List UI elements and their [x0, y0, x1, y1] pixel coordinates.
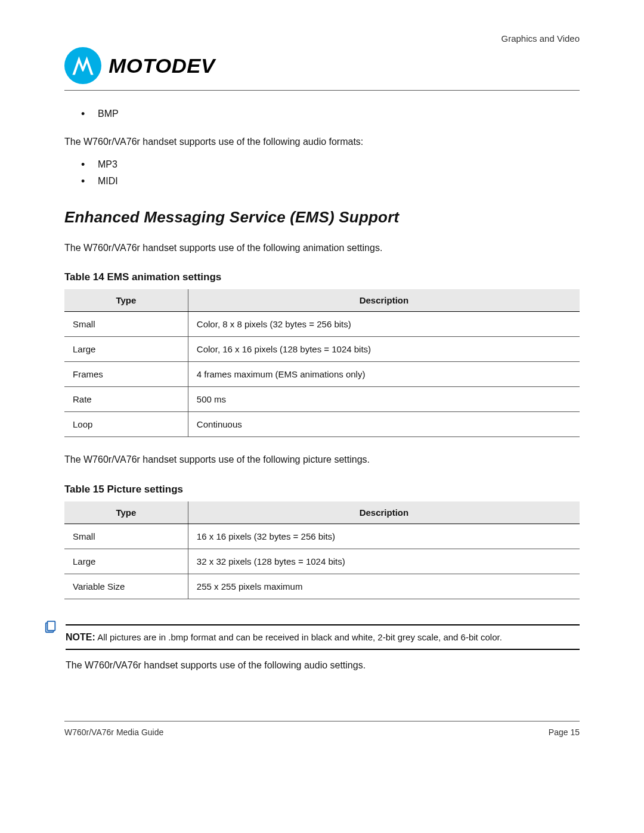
cell-desc: Color, 16 x 16 pixels (128 bytes = 1024 … [188, 337, 580, 362]
running-head: Graphics and Video [64, 33, 580, 44]
header-divider [64, 90, 580, 91]
footer-left: W760r/VA76r Media Guide [64, 727, 163, 737]
page-footer: W760r/VA76r Media Guide Page 15 [64, 721, 580, 737]
svg-rect-1 [48, 621, 55, 630]
column-header-type: Type [64, 501, 188, 524]
table-row: Variable Size 255 x 255 pixels maximum [64, 574, 580, 599]
table15-caption: Table 15 Picture settings [64, 484, 580, 496]
table14-caption: Table 14 EMS animation settings [64, 271, 580, 283]
note-rule-top [66, 624, 580, 625]
cell-type: Small [64, 524, 188, 549]
image-formats-list: BMP [81, 109, 580, 119]
note-text: NOTE: All pictures are in .bmp format an… [66, 630, 580, 644]
audio-formats-list: MP3 MIDI [81, 159, 580, 187]
cell-type: Large [64, 337, 188, 362]
cell-desc: 255 x 255 pixels maximum [188, 574, 580, 599]
motorola-logo-icon [64, 47, 101, 84]
list-item: BMP [81, 109, 580, 119]
table-row: Small 16 x 16 pixels (32 bytes = 256 bit… [64, 524, 580, 549]
note-label: NOTE: [66, 632, 95, 642]
table-row: Loop Continuous [64, 412, 580, 437]
list-item: MP3 [81, 159, 580, 170]
note-rule-bot [66, 649, 580, 650]
cell-type: Large [64, 549, 188, 574]
table-row: Small Color, 8 x 8 pixels (32 bytes = 25… [64, 312, 580, 337]
table-row: Rate 500 ms [64, 387, 580, 412]
cell-desc: 16 x 16 pixels (32 bytes = 256 bits) [188, 524, 580, 549]
brand-row: MOTODEV [64, 47, 580, 84]
cell-type: Frames [64, 362, 188, 387]
cell-type: Rate [64, 387, 188, 412]
section-heading-ems: Enhanced Messaging Service (EMS) Support [64, 208, 580, 227]
cell-desc: Color, 8 x 8 pixels (32 bytes = 256 bits… [188, 312, 580, 337]
table-picture-settings: Type Description Small 16 x 16 pixels (3… [64, 501, 580, 599]
audio-settings-intro: The W760r/VA76r handset supports use of … [66, 658, 580, 672]
table-ems-animation: Type Description Small Color, 8 x 8 pixe… [64, 289, 580, 437]
picture-intro: The W760r/VA76r handset supports use of … [64, 453, 580, 466]
table-row: Large 32 x 32 pixels (128 bytes = 1024 b… [64, 549, 580, 574]
audio-formats-intro: The W760r/VA76r handset supports use of … [64, 135, 580, 148]
list-item: MIDI [81, 176, 580, 187]
column-header-type: Type [64, 289, 188, 312]
cell-type: Loop [64, 412, 188, 437]
cell-desc: 32 x 32 pixels (128 bytes = 1024 bits) [188, 549, 580, 574]
footer-right: Page 15 [549, 727, 580, 737]
column-header-description: Description [188, 289, 580, 312]
table-row: Large Color, 16 x 16 pixels (128 bytes =… [64, 337, 580, 362]
cell-type: Variable Size [64, 574, 188, 599]
cell-desc: 4 frames maximum (EMS animations only) [188, 362, 580, 387]
note-icon [44, 620, 57, 683]
table-row: Frames 4 frames maximum (EMS animations … [64, 362, 580, 387]
brand-wordmark: MOTODEV [109, 54, 215, 78]
animation-intro: The W760r/VA76r handset supports use of … [64, 241, 580, 255]
note-body-text: All pictures are in .bmp format and can … [97, 632, 502, 642]
cell-desc: Continuous [188, 412, 580, 437]
cell-desc: 500 ms [188, 387, 580, 412]
column-header-description: Description [188, 501, 580, 524]
cell-type: Small [64, 312, 188, 337]
